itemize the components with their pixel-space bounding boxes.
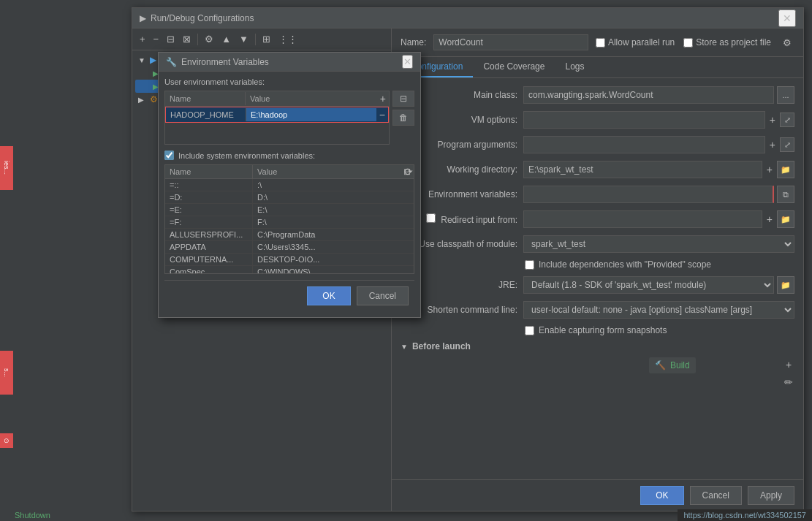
remove-config-button[interactable]: − bbox=[151, 32, 162, 46]
jre-browse-button[interactable]: 📁 bbox=[777, 276, 794, 294]
copy-config-button[interactable]: ⊟ bbox=[164, 32, 178, 46]
sys-refresh-button[interactable]: ⟳ bbox=[403, 164, 414, 179]
build-label: Build bbox=[670, 360, 690, 370]
before-launch-buttons: + ✏ bbox=[783, 357, 794, 389]
settings-button[interactable]: ⚙ bbox=[202, 32, 216, 46]
tab-code-coverage[interactable]: Code Coverage bbox=[473, 57, 555, 77]
shorten-cmdline-row: Shorten command line: user-local default… bbox=[401, 300, 794, 319]
redirect-browse-button[interactable]: 📁 bbox=[777, 210, 794, 228]
remove-env-button[interactable]: − bbox=[376, 107, 388, 122]
dialog-close-button[interactable]: ✕ bbox=[778, 9, 796, 27]
dialog-body: + − ⊟ ⊠ ⚙ ▲ ▼ ⊞ ⋮⋮ ▼ ▶ Application bbox=[132, 28, 803, 511]
env-row-hadoop[interactable]: HADOOP_HOME E:\hadoop − bbox=[165, 107, 389, 123]
classpath-input-wrap: spark_wt_test bbox=[523, 235, 794, 253]
classpath-select[interactable]: spark_wt_test bbox=[523, 235, 794, 253]
shorten-cmdline-input-wrap: user-local default: none - java [options… bbox=[523, 301, 794, 319]
separator2 bbox=[255, 34, 256, 45]
build-icon: 🔨 bbox=[655, 360, 666, 370]
enable-snapshots-checkbox[interactable] bbox=[525, 326, 534, 335]
jre-select[interactable]: Default (1.8 - SDK of 'spark_wt_test' mo… bbox=[523, 276, 774, 294]
config-area: Main class: ... VM options: + ⤢ bbox=[392, 78, 803, 479]
program-args-expand-button[interactable]: ⤢ bbox=[780, 137, 794, 152]
ok-button[interactable]: OK bbox=[640, 486, 683, 505]
include-deps-label: Include dependencies with "Provided" sco… bbox=[539, 259, 711, 270]
redirect-input-checkbox[interactable] bbox=[426, 213, 436, 223]
apply-button[interactable]: Apply bbox=[748, 486, 794, 505]
user-env-table-wrap: Name Value + HADOOP_HOME E:\hadoop − bbox=[164, 91, 390, 145]
include-sys-checkbox[interactable] bbox=[164, 151, 174, 160]
vm-options-expand-button[interactable]: ⤢ bbox=[780, 113, 794, 127]
before-launch-add-button[interactable]: + bbox=[783, 357, 794, 372]
move-up-button[interactable]: ▲ bbox=[219, 32, 234, 46]
sort-button[interactable]: ⊞ bbox=[259, 32, 273, 46]
main-class-browse-button[interactable]: ... bbox=[777, 86, 794, 104]
working-dir-browse-button[interactable]: 📁 bbox=[777, 161, 794, 178]
sys-col-value-header: Value bbox=[253, 165, 401, 178]
sidebar-bg bbox=[0, 0, 135, 521]
sys-col-name-header: Name bbox=[165, 165, 253, 178]
before-launch-content: 🔨 Build + ✏ bbox=[401, 357, 794, 389]
left-panel: + − ⊟ ⊠ ⚙ ▲ ▼ ⊞ ⋮⋮ ▼ ▶ Application bbox=[132, 28, 392, 511]
tab-logs[interactable]: Logs bbox=[555, 57, 594, 77]
env-vars-input-wrap: ⧉ bbox=[523, 186, 794, 203]
env-vars-input[interactable] bbox=[523, 186, 774, 203]
env-dialog-close-button[interactable]: ✕ bbox=[402, 55, 413, 69]
include-deps-row: Include dependencies with "Provided" sco… bbox=[401, 259, 794, 270]
env-copy-button[interactable]: ⊟ bbox=[392, 91, 414, 107]
program-args-input[interactable] bbox=[523, 136, 765, 153]
name-row-right: Allow parallel run Store as project file… bbox=[596, 36, 794, 50]
sys-row-0: =:: :\ bbox=[165, 179, 414, 191]
add-env-button[interactable]: + bbox=[377, 91, 389, 106]
program-args-plus-button[interactable]: + bbox=[768, 137, 777, 152]
env-cell-value-hadoop: E:\hadoop bbox=[246, 108, 376, 121]
before-launch-header: ▼ Before launch bbox=[401, 341, 794, 351]
redirect-plus-button[interactable]: + bbox=[765, 212, 774, 227]
dialog-title-text: Run/Debug Configurations bbox=[151, 13, 254, 23]
main-class-input[interactable] bbox=[523, 86, 774, 104]
before-launch-toggle[interactable]: ▼ bbox=[401, 343, 408, 351]
application-icon: ▶ bbox=[150, 55, 156, 65]
dialog-icon: ▶ bbox=[140, 13, 146, 23]
env-dialog-body: User environment variables: Name Value + bbox=[159, 72, 420, 317]
redirect-input-text: Redirect input from: bbox=[441, 215, 517, 225]
cancel-button[interactable]: Cancel bbox=[690, 486, 742, 505]
vm-options-input[interactable] bbox=[523, 111, 765, 129]
classpath-row: Use classpath of module: spark_wt_test bbox=[401, 235, 794, 254]
name-input[interactable] bbox=[433, 34, 588, 50]
working-dir-row: Working directory: + 📁 bbox=[401, 160, 794, 179]
env-dialog-title: 🔧 Environment Variables bbox=[166, 57, 269, 67]
store-project-checkbox[interactable] bbox=[683, 38, 693, 47]
name-row: Name: Allow parallel run Store as projec… bbox=[392, 28, 803, 57]
add-config-button[interactable]: + bbox=[137, 32, 148, 46]
before-launch-edit-button[interactable]: ✏ bbox=[783, 375, 794, 389]
left-edge-tabs: ies... bbox=[0, 146, 13, 190]
env-vars-row: Environment variables: ⧉ bbox=[401, 185, 794, 204]
working-dir-input-wrap: + 📁 bbox=[523, 161, 794, 178]
env-col-value-header: Value bbox=[246, 92, 377, 105]
env-ok-button[interactable]: OK bbox=[307, 286, 350, 305]
env-delete-button[interactable]: 🗑 bbox=[392, 110, 414, 126]
redirect-input-field[interactable] bbox=[523, 210, 762, 228]
jre-input-wrap: Default (1.8 - SDK of 'spark_wt_test' mo… bbox=[523, 276, 794, 294]
env-dialog-titlebar: 🔧 Environment Variables ✕ bbox=[159, 53, 420, 72]
working-dir-input[interactable] bbox=[523, 161, 762, 178]
shorten-cmdline-select[interactable]: user-local default: none - java [options… bbox=[523, 301, 794, 319]
name-row-gear-button[interactable]: ⚙ bbox=[780, 36, 794, 50]
working-dir-plus-button[interactable]: + bbox=[765, 162, 774, 177]
sys-row-2: =E: E:\ bbox=[165, 204, 414, 216]
sys-table-wrap[interactable]: Name Value ⊟ =:: :\ =D: bbox=[164, 164, 414, 274]
env-vars-copy-button[interactable]: ⧉ bbox=[777, 186, 794, 203]
vm-options-plus-button[interactable]: + bbox=[768, 113, 777, 127]
include-deps-checkbox[interactable] bbox=[525, 260, 534, 270]
allow-parallel-checkbox[interactable] bbox=[596, 38, 605, 47]
allow-parallel-text: Allow parallel run bbox=[608, 37, 675, 47]
env-side-buttons: ⊟ 🗑 bbox=[392, 91, 414, 145]
dialog-titlebar: ▶ Run/Debug Configurations ✕ bbox=[132, 8, 803, 28]
save-config-button[interactable]: ⊠ bbox=[180, 32, 194, 46]
env-cancel-button[interactable]: Cancel bbox=[357, 286, 409, 305]
more-button[interactable]: ⋮⋮ bbox=[276, 32, 300, 46]
main-class-row: Main class: ... bbox=[401, 85, 794, 104]
move-down-button[interactable]: ▼ bbox=[236, 32, 251, 46]
env-empty-area bbox=[164, 123, 390, 145]
left-edge-tab2: s... bbox=[0, 351, 13, 395]
